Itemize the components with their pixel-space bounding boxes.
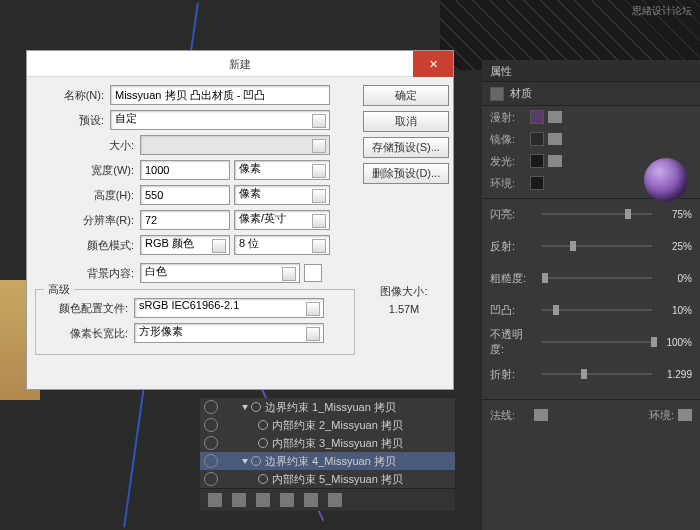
- constraint-icon: [251, 456, 261, 466]
- toolbar-icon[interactable]: [304, 493, 318, 507]
- width-label: 宽度(W):: [65, 163, 140, 178]
- resolution-input[interactable]: [140, 210, 230, 230]
- bulb-icon[interactable]: [232, 493, 246, 507]
- dialog-title: 新建 ✕: [27, 51, 453, 77]
- visibility-icon[interactable]: [204, 454, 218, 468]
- height-input[interactable]: [140, 185, 230, 205]
- ambient-swatch[interactable]: [530, 176, 544, 190]
- properties-panel: 属性 材质 漫射: 镜像: 发光: 环境: 闪亮:75% 反射:25% 粗糙度:…: [482, 60, 700, 530]
- height-label: 高度(H):: [65, 188, 140, 203]
- list-item-selected[interactable]: 边界约束 4_Missyuan 拷贝: [200, 452, 455, 470]
- properties-title: 属性: [482, 60, 700, 82]
- hierarchy-toolbar: [200, 488, 455, 511]
- dialog-title-text: 新建: [229, 58, 251, 70]
- opacity-slider[interactable]: 不透明度:100%: [482, 331, 700, 353]
- roughness-slider[interactable]: 粗糙度:0%: [482, 267, 700, 289]
- advanced-legend: 高级: [44, 282, 74, 297]
- trash-icon[interactable]: [328, 493, 342, 507]
- size-label: 大小:: [65, 138, 140, 153]
- size-select[interactable]: [140, 135, 330, 155]
- diffuse-label: 漫射:: [490, 110, 530, 125]
- refract-slider[interactable]: 折射:1.299: [482, 363, 700, 385]
- diffuse-swatch[interactable]: [530, 110, 544, 124]
- bit-depth-select[interactable]: 8 位: [234, 235, 330, 255]
- reflect-slider[interactable]: 反射:25%: [482, 235, 700, 257]
- name-label: 名称(N):: [35, 88, 110, 103]
- profile-label: 颜色配置文件:: [42, 301, 134, 316]
- bg-content-select[interactable]: 白色: [140, 263, 300, 283]
- toolbar-icon[interactable]: [256, 493, 270, 507]
- preset-label: 预设:: [35, 113, 110, 128]
- specular-label: 镜像:: [490, 132, 530, 147]
- list-item[interactable]: 边界约束 1_Missyuan 拷贝: [200, 398, 455, 416]
- env-label: 环境:: [649, 408, 674, 423]
- constraint-icon: [251, 402, 261, 412]
- list-item[interactable]: 内部约束 3_Missyuan 拷贝: [200, 434, 455, 452]
- ambient-label: 环境:: [490, 176, 530, 191]
- name-input[interactable]: [110, 85, 330, 105]
- width-unit-select[interactable]: 像素: [234, 160, 330, 180]
- folder-icon[interactable]: [548, 111, 562, 123]
- visibility-icon[interactable]: [204, 436, 218, 450]
- constraint-icon: [258, 438, 268, 448]
- folder-icon[interactable]: [678, 409, 692, 421]
- toolbar-icon[interactable]: [280, 493, 294, 507]
- glow-swatch[interactable]: [530, 154, 544, 168]
- hierarchy-panel: 边界约束 1_Missyuan 拷贝 内部约束 2_Missyuan 拷贝 内部…: [200, 398, 455, 511]
- list-item[interactable]: 内部约束 2_Missyuan 拷贝: [200, 416, 455, 434]
- height-unit-select[interactable]: 像素: [234, 185, 330, 205]
- cancel-button[interactable]: 取消: [363, 111, 449, 132]
- visibility-icon[interactable]: [204, 418, 218, 432]
- list-item[interactable]: 内部约束 5_Missyuan 拷贝: [200, 470, 455, 488]
- color-mode-label: 颜色模式:: [65, 238, 140, 253]
- watermark: 思緒设计论坛: [632, 4, 692, 18]
- ok-button[interactable]: 确定: [363, 85, 449, 106]
- new-document-dialog: 新建 ✕ 名称(N): 预设: 自定 大小: 宽度(W): 像素: [26, 50, 454, 390]
- specular-swatch[interactable]: [530, 132, 544, 146]
- resolution-label: 分辨率(R):: [65, 213, 140, 228]
- folder-icon[interactable]: [548, 155, 562, 167]
- close-icon: ✕: [429, 51, 438, 77]
- visibility-icon[interactable]: [204, 400, 218, 414]
- visibility-icon[interactable]: [204, 472, 218, 486]
- bump-slider[interactable]: 凹凸:10%: [482, 299, 700, 321]
- close-button[interactable]: ✕: [413, 51, 453, 77]
- aspect-label: 像素长宽比:: [42, 326, 134, 341]
- folder-icon[interactable]: [534, 409, 548, 421]
- bg-color-swatch[interactable]: [304, 264, 322, 282]
- image-size-value: 1.57M: [363, 303, 445, 315]
- advanced-fieldset: 高级 颜色配置文件: sRGB IEC61966-2.1 像素长宽比: 方形像素: [35, 289, 355, 355]
- material-preview-sphere[interactable]: [644, 158, 688, 202]
- toolbar-icon[interactable]: [208, 493, 222, 507]
- image-size-label: 图像大小:: [363, 284, 445, 299]
- aspect-select[interactable]: 方形像素: [134, 323, 324, 343]
- normal-label: 法线:: [490, 408, 530, 423]
- color-mode-select[interactable]: RGB 颜色: [140, 235, 230, 255]
- delete-preset-button[interactable]: 删除预设(D)...: [363, 163, 449, 184]
- material-icon: [490, 87, 504, 101]
- width-input[interactable]: [140, 160, 230, 180]
- shine-slider[interactable]: 闪亮:75%: [482, 203, 700, 225]
- constraint-icon: [258, 474, 268, 484]
- bg-content-label: 背景内容:: [65, 266, 140, 281]
- save-preset-button[interactable]: 存储预设(S)...: [363, 137, 449, 158]
- profile-select[interactable]: sRGB IEC61966-2.1: [134, 298, 324, 318]
- glow-label: 发光:: [490, 154, 530, 169]
- material-header: 材质: [482, 82, 700, 106]
- folder-icon[interactable]: [548, 133, 562, 145]
- preset-select[interactable]: 自定: [110, 110, 330, 130]
- expand-icon[interactable]: [242, 405, 248, 410]
- expand-icon[interactable]: [242, 459, 248, 464]
- constraint-icon: [258, 420, 268, 430]
- resolution-unit-select[interactable]: 像素/英寸: [234, 210, 330, 230]
